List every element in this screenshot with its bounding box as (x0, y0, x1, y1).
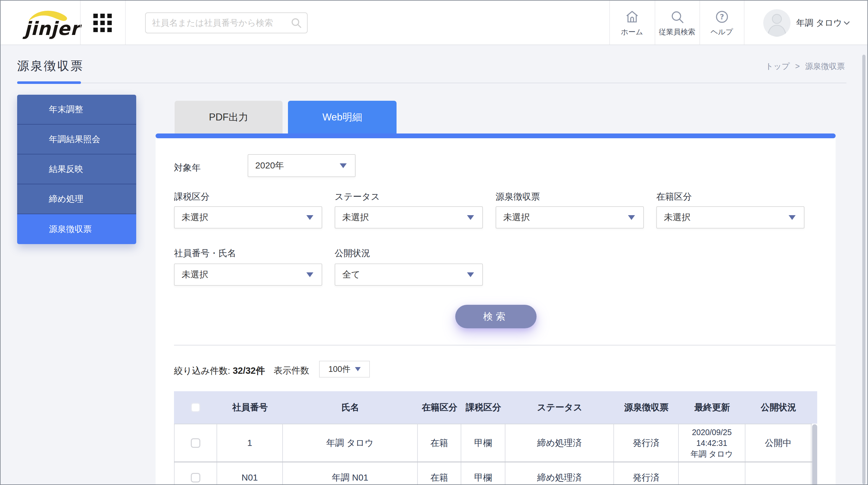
target-year-value: 2020年 (255, 160, 284, 172)
breadcrumb-top-link[interactable]: トップ (766, 62, 790, 70)
dropdown-caret-icon (306, 215, 313, 220)
svg-text:?: ? (720, 13, 724, 21)
employee-search-box[interactable] (145, 12, 308, 33)
cell-enrollment: 在籍 (418, 462, 461, 485)
tab-web-meisai[interactable]: Web明細 (288, 101, 397, 134)
nav-help-label: ヘルプ (711, 27, 733, 37)
target-year-select[interactable]: 2020年 (248, 154, 355, 177)
page-scrollbar[interactable] (862, 55, 865, 484)
employee-select[interactable]: 未選択 (174, 263, 322, 286)
last-updated-date: 2020/09/25 (692, 427, 732, 438)
employee-value: 未選択 (182, 268, 208, 281)
dropdown-caret-icon (340, 163, 347, 168)
filtered-count-value: 32/32件 (233, 366, 265, 376)
results-table: 社員番号 氏名 在籍区分 課税区分 ステータス 源泉徴収票 最終更新 公開状況 … (174, 391, 817, 485)
cell-last-updated (679, 462, 745, 485)
enrollment-value: 未選択 (664, 211, 690, 223)
tax-class-label: 課税区分 (174, 191, 210, 203)
column-header-status: ステータス (505, 401, 614, 413)
filtered-count-label: 絞り込み件数: (174, 366, 230, 376)
row-checkbox[interactable] (191, 473, 200, 482)
breadcrumb-separator: > (795, 62, 800, 70)
status-select[interactable]: 未選択 (335, 206, 483, 229)
per-page-select[interactable]: 100件 (319, 361, 370, 377)
user-name: 年調 タロウ (796, 17, 842, 29)
help-icon: ? (714, 9, 730, 25)
svg-text:jinjer: jinjer (22, 18, 82, 39)
column-header-publish: 公開状況 (745, 401, 811, 413)
per-page-label: 表示件数 (274, 365, 309, 377)
column-header-withholding: 源泉徴収票 (614, 401, 679, 413)
breadcrumb: トップ > 源泉徴収票 (766, 61, 845, 72)
column-header-tax-class: 課税区分 (461, 401, 505, 413)
status-label: ステータス (335, 191, 380, 203)
select-all-checkbox[interactable] (191, 403, 200, 412)
cell-enrollment: 在籍 (418, 424, 461, 461)
sidebar-item-shime-shori[interactable]: 締め処理 (17, 184, 136, 214)
column-header-enrollment: 在籍区分 (418, 401, 461, 413)
withholding-label: 源泉徴収票 (496, 191, 540, 203)
user-avatar (763, 9, 790, 36)
results-divider (174, 345, 836, 345)
table-header-row: 社員番号 氏名 在籍区分 課税区分 ステータス 源泉徴収票 最終更新 公開状況 (174, 391, 817, 424)
nav-employee-search-button[interactable]: 従業員検索 (654, 1, 700, 45)
home-icon (624, 9, 640, 25)
dropdown-caret-icon (628, 215, 635, 220)
table-row: N01 年調 N01 在籍 甲欄 締め処理済 発行済 (174, 462, 812, 485)
last-updated-time: 14:42:31 (696, 438, 727, 449)
cell-employee-no: 1 (217, 424, 283, 461)
enrollment-select[interactable]: 未選択 (656, 206, 805, 229)
dropdown-caret-icon (788, 215, 796, 220)
chevron-down-icon (843, 19, 851, 27)
search-icon (290, 17, 303, 29)
employee-search-icon (670, 9, 685, 25)
cell-withholding: 発行済 (614, 424, 679, 461)
header-divider (80, 1, 81, 45)
table-scrollbar[interactable] (812, 424, 817, 485)
search-button[interactable]: 検索 (455, 305, 536, 328)
cell-status: 締め処理済 (505, 462, 614, 485)
nav-help-button[interactable]: ? ヘルプ (699, 1, 744, 45)
status-value: 未選択 (342, 211, 369, 223)
cell-publish: 公開中 (745, 424, 811, 461)
top-header: jinjer ホーム (1, 1, 867, 45)
header-divider (744, 1, 744, 45)
title-accent-bar (17, 81, 81, 84)
tab-pdf-output[interactable]: PDF出力 (175, 101, 283, 134)
side-menu: 年末調整 年調結果照会 結果反映 締め処理 源泉徴収票 (17, 95, 136, 244)
person-icon (763, 9, 790, 36)
cell-tax-class: 甲欄 (461, 424, 505, 461)
nav-home-button[interactable]: ホーム (609, 1, 655, 45)
cell-employee-no: N01 (217, 462, 283, 485)
nav-employee-search-label: 従業員検索 (659, 27, 695, 37)
sidebar-item-kekka-hanei[interactable]: 結果反映 (17, 154, 136, 184)
app-window: jinjer ホーム (0, 0, 868, 485)
publish-status-value: 全て (342, 268, 360, 281)
nav-home-label: ホーム (621, 27, 643, 37)
dropdown-caret-icon (355, 367, 361, 371)
sidebar-item-nenmatsu-chosei[interactable]: 年末調整 (17, 95, 136, 124)
title-divider (17, 83, 846, 83)
enrollment-label: 在籍区分 (656, 191, 692, 203)
sidebar-item-nencho-kekka-shokai[interactable]: 年調結果照会 (17, 124, 136, 154)
dropdown-caret-icon (467, 215, 474, 220)
target-year-label: 対象年 (174, 162, 200, 174)
row-checkbox[interactable] (191, 438, 200, 448)
app-grid-menu-icon[interactable] (93, 14, 112, 32)
dropdown-caret-icon (306, 273, 313, 277)
tax-class-select[interactable]: 未選択 (174, 206, 322, 229)
cell-publish (745, 462, 811, 485)
sidebar-item-gensen-choshuhyo[interactable]: 源泉徴収票 (17, 214, 136, 244)
cell-tax-class: 甲欄 (461, 462, 505, 485)
column-header-name: 氏名 (283, 401, 418, 413)
filtered-count: 絞り込み件数: 32/32件 (174, 365, 265, 377)
publish-status-select[interactable]: 全て (335, 263, 483, 286)
withholding-select[interactable]: 未選択 (496, 206, 644, 229)
dropdown-caret-icon (467, 273, 474, 277)
employee-search-input[interactable] (152, 18, 290, 28)
cell-withholding: 発行済 (614, 462, 679, 485)
account-menu[interactable]: 年調 タロウ (759, 1, 858, 45)
breadcrumb-current: 源泉徴収票 (805, 62, 845, 70)
cell-name: 年調 N01 (283, 462, 418, 485)
header-divider (125, 1, 126, 45)
